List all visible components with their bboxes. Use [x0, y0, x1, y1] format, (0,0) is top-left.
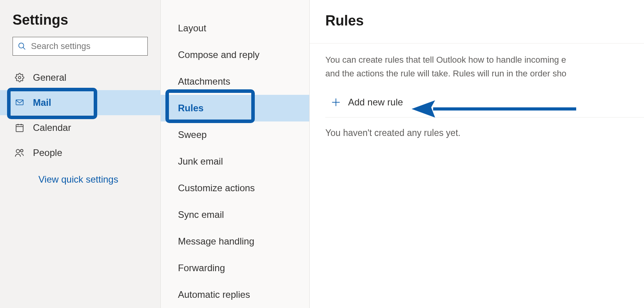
subnav-item-label: Junk email	[178, 156, 223, 167]
sidebar-item-people[interactable]: People	[0, 140, 160, 165]
subnav-item-junk-email[interactable]: Junk email	[161, 148, 309, 175]
divider	[325, 117, 644, 118]
sidebar-item-mail[interactable]: Mail	[0, 90, 160, 115]
sidebar-item-label: General	[33, 72, 66, 83]
mail-icon	[14, 97, 25, 108]
svg-point-14	[16, 149, 20, 153]
page-title: Rules	[325, 13, 644, 29]
divider	[310, 43, 644, 43]
people-icon	[14, 147, 25, 158]
svg-marker-18	[412, 100, 435, 118]
subnav-item-layout[interactable]: Layout	[161, 15, 309, 42]
subnav-item-label: Forwarding	[178, 263, 225, 273]
settings-title: Settings	[0, 12, 160, 37]
svg-point-0	[19, 43, 24, 48]
plus-icon	[331, 97, 341, 107]
add-rule-label: Add new rule	[348, 97, 403, 108]
subnav-item-rules[interactable]: Rules	[161, 95, 309, 121]
sidebar-item-label: Calendar	[33, 122, 71, 133]
search-icon	[18, 42, 26, 51]
calendar-icon	[14, 122, 25, 133]
rules-description: You can create rules that tell Outlook h…	[325, 53, 644, 80]
gear-icon	[14, 72, 25, 83]
subnav-item-message-handling[interactable]: Message handling	[161, 228, 309, 255]
subnav-item-label: Sweep	[178, 129, 207, 140]
svg-rect-4	[16, 125, 23, 132]
sidebar-item-general[interactable]: General	[0, 65, 160, 90]
subnav-item-label: Layout	[178, 23, 206, 33]
subnav-item-customize-actions[interactable]: Customize actions	[161, 175, 309, 201]
subnav-item-label: Customize actions	[178, 183, 255, 193]
search-input[interactable]	[31, 41, 143, 51]
subnav-item-attachments[interactable]: Attachments	[161, 68, 309, 95]
svg-point-15	[20, 149, 23, 152]
svg-line-1	[23, 47, 25, 50]
subnav-item-label: Automatic replies	[178, 289, 250, 300]
view-quick-settings-link[interactable]: View quick settings	[0, 165, 160, 185]
subnav-item-forwarding[interactable]: Forwarding	[161, 255, 309, 281]
subnav-item-label: Sync email	[178, 209, 224, 220]
subnav-item-label: Rules	[178, 103, 203, 113]
subnav-sidebar: Layout Compose and reply Attachments Rul…	[161, 0, 310, 308]
subnav-item-automatic-replies[interactable]: Automatic replies	[161, 281, 309, 308]
svg-point-2	[18, 76, 21, 79]
sidebar-item-label: Mail	[33, 97, 51, 108]
subnav-item-label: Compose and reply	[178, 49, 259, 60]
main-content: Rules You can create rules that tell Out…	[310, 0, 644, 308]
subnav-item-label: Attachments	[178, 76, 230, 87]
add-new-rule-button[interactable]: Add new rule	[331, 92, 403, 112]
empty-rules-message: You haven't created any rules yet.	[325, 128, 644, 138]
arrow-annotation	[412, 96, 580, 125]
sidebar-item-calendar[interactable]: Calendar	[0, 115, 160, 140]
subnav-item-sync-email[interactable]: Sync email	[161, 201, 309, 228]
subnav-item-sweep[interactable]: Sweep	[161, 121, 309, 148]
sidebar-item-label: People	[33, 147, 62, 158]
svg-rect-3	[16, 100, 23, 105]
subnav-item-label: Message handling	[178, 236, 254, 246]
settings-sidebar: Settings General Mail	[0, 0, 161, 308]
subnav-item-compose-reply[interactable]: Compose and reply	[161, 42, 309, 68]
search-settings-box[interactable]	[13, 37, 148, 56]
